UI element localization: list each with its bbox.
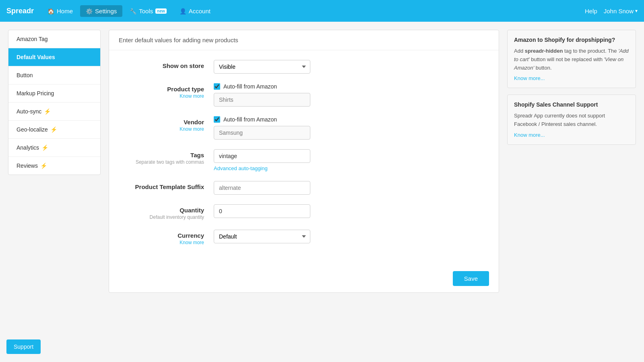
- currency-know-more[interactable]: Know more: [125, 240, 204, 245]
- form-row-quantity: Quantity Default inventory quantity: [125, 204, 483, 220]
- form-row-tags: Tags Separate two tags with commas Advan…: [125, 149, 483, 171]
- product-type-know-more[interactable]: Know more: [125, 93, 204, 99]
- quantity-control: [214, 204, 483, 218]
- product-type-autofill-checkbox[interactable]: [214, 83, 220, 90]
- form-row-product-type: Product type Know more Auto-fill from Am…: [125, 83, 483, 107]
- info-card-shopify-sales-body: Spreadr App currently does not support F…: [514, 112, 629, 129]
- sidebar-default-values-label: Default Values: [17, 54, 55, 60]
- show-on-store-label-area: Show on store: [125, 60, 214, 69]
- brand-logo: Spreadr: [6, 7, 34, 15]
- tools-icon: [130, 8, 136, 14]
- geo-localize-bolt-icon: ⚡: [50, 126, 57, 133]
- form-row-product-template-suffix: Product Template Suffix: [125, 181, 483, 195]
- nav-home-label: Home: [57, 8, 73, 14]
- save-button[interactable]: Save: [453, 271, 489, 286]
- info-card-shopify-sales: Shopify Sales Channel Support Spreadr Ap…: [507, 95, 636, 145]
- content-header: Enter default values for adding new prod…: [109, 30, 499, 50]
- sidebar-reviews-label: Reviews: [17, 162, 38, 169]
- quantity-label-area: Quantity Default inventory quantity: [125, 204, 214, 220]
- form-row-show-on-store: Show on store Visible Hidden Draft: [125, 60, 483, 74]
- nav-account[interactable]: Account: [174, 5, 216, 17]
- right-sidebar: Amazon to Shopify for dropshipping? Add …: [507, 30, 636, 293]
- sidebar-geo-localize-label: Geo-localize: [17, 126, 48, 133]
- product-type-autofill-row: Auto-fill from Amazon: [214, 83, 483, 90]
- info-card-shopify-sales-title: Shopify Sales Channel Support: [514, 101, 629, 108]
- product-template-suffix-control: [214, 181, 483, 195]
- reviews-bolt-icon: ⚡: [40, 162, 47, 169]
- help-link[interactable]: Help: [585, 8, 597, 14]
- sidebar-analytics-label: Analytics: [17, 144, 39, 151]
- nav-tools[interactable]: Tools new: [124, 5, 172, 17]
- tags-input[interactable]: [214, 149, 310, 163]
- main-content: Enter default values for adding new prod…: [109, 30, 499, 293]
- sidebar-item-auto-sync[interactable]: Auto-sync ⚡: [8, 103, 100, 121]
- show-on-store-control: Visible Hidden Draft: [214, 60, 483, 74]
- quantity-input[interactable]: [214, 204, 310, 218]
- form-row-vendor: Vendor Know more Auto-fill from Amazon: [125, 116, 483, 140]
- product-template-suffix-label: Product Template Suffix: [125, 183, 204, 190]
- content-panel: Enter default values for adding new prod…: [109, 30, 499, 293]
- sidebar-item-reviews[interactable]: Reviews ⚡: [8, 157, 100, 175]
- account-icon: [180, 8, 186, 14]
- vendor-label: Vendor: [125, 119, 204, 125]
- sidebar-button-label: Button: [17, 72, 33, 78]
- settings-icon: [86, 8, 93, 14]
- advanced-auto-tagging-link[interactable]: Advanced auto-tagging: [214, 165, 483, 171]
- vendor-input[interactable]: [214, 126, 310, 140]
- vendor-know-more[interactable]: Know more: [125, 126, 204, 132]
- form-footer: Save: [109, 265, 499, 292]
- top-navigation: Spreadr Home Settings Tools new Account …: [0, 0, 644, 22]
- sidebar-item-analytics[interactable]: Analytics ⚡: [8, 139, 100, 157]
- amazon-shopify-know-more[interactable]: Know more...: [514, 75, 629, 81]
- vendor-label-area: Vendor Know more: [125, 116, 214, 132]
- sidebar: Amazon Tag Default Values Button Markup …: [8, 30, 101, 175]
- product-type-label: Product type: [125, 86, 204, 93]
- auto-sync-bolt-icon: ⚡: [44, 108, 51, 115]
- currency-select[interactable]: Default USD EUR GBP: [214, 230, 310, 243]
- tags-control: Advanced auto-tagging: [214, 149, 483, 171]
- product-template-suffix-input[interactable]: [214, 181, 310, 195]
- vendor-autofill-row: Auto-fill from Amazon: [214, 116, 483, 123]
- quantity-label: Quantity: [125, 207, 204, 214]
- shopify-sales-know-more[interactable]: Know more...: [514, 132, 629, 138]
- sidebar-amazon-tag-label: Amazon Tag: [17, 36, 48, 42]
- nav-account-label: Account: [189, 8, 211, 14]
- nav-items: Home Settings Tools new Account: [42, 5, 585, 17]
- user-dropdown[interactable]: John Snow: [604, 8, 638, 14]
- content-header-text: Enter default values for adding new prod…: [119, 37, 238, 43]
- tags-label: Tags: [125, 152, 204, 158]
- info-card-amazon-shopify: Amazon to Shopify for dropshipping? Add …: [507, 30, 636, 88]
- sidebar-auto-sync-label: Auto-sync: [17, 108, 41, 115]
- currency-label: Currency: [125, 232, 204, 239]
- sidebar-item-markup-pricing[interactable]: Markup Pricing: [8, 84, 100, 103]
- product-type-input[interactable]: [214, 93, 310, 107]
- product-type-autofill-label: Auto-fill from Amazon: [223, 83, 277, 90]
- analytics-bolt-icon: ⚡: [41, 144, 48, 151]
- view-on-amazon-italic: 'View on Amazon': [514, 56, 623, 71]
- spreadr-hidden-bold: spreadr-hidden: [525, 48, 563, 54]
- product-type-label-area: Product type Know more: [125, 83, 214, 99]
- show-on-store-label: Show on store: [125, 62, 204, 69]
- vendor-autofill-checkbox[interactable]: [214, 116, 220, 123]
- nav-home[interactable]: Home: [42, 5, 78, 17]
- quantity-sublabel: Default inventory quantity: [125, 214, 204, 220]
- currency-control: Default USD EUR GBP: [214, 230, 483, 243]
- form-row-currency: Currency Know more Default USD EUR GBP: [125, 230, 483, 245]
- product-type-control: Auto-fill from Amazon: [214, 83, 483, 107]
- show-on-store-select[interactable]: Visible Hidden Draft: [214, 60, 310, 74]
- sidebar-item-button[interactable]: Button: [8, 66, 100, 84]
- sidebar-item-default-values[interactable]: Default Values: [8, 48, 100, 66]
- sidebar-item-amazon-tag[interactable]: Amazon Tag: [8, 30, 100, 48]
- tags-label-area: Tags Separate two tags with commas: [125, 149, 214, 165]
- product-template-suffix-label-area: Product Template Suffix: [125, 181, 214, 190]
- sidebar-markup-pricing-label: Markup Pricing: [17, 90, 54, 97]
- vendor-control: Auto-fill from Amazon: [214, 116, 483, 140]
- vendor-autofill-label: Auto-fill from Amazon: [223, 116, 277, 123]
- nav-tools-label: Tools: [139, 8, 153, 14]
- home-icon: [47, 8, 54, 14]
- page-layout: Amazon Tag Default Values Button Markup …: [0, 22, 644, 301]
- nav-settings[interactable]: Settings: [80, 5, 122, 17]
- info-card-amazon-shopify-body: Add spreadr-hidden tag to the product. T…: [514, 47, 629, 72]
- tags-sublabel: Separate two tags with commas: [125, 159, 204, 165]
- sidebar-item-geo-localize[interactable]: Geo-localize ⚡: [8, 121, 100, 139]
